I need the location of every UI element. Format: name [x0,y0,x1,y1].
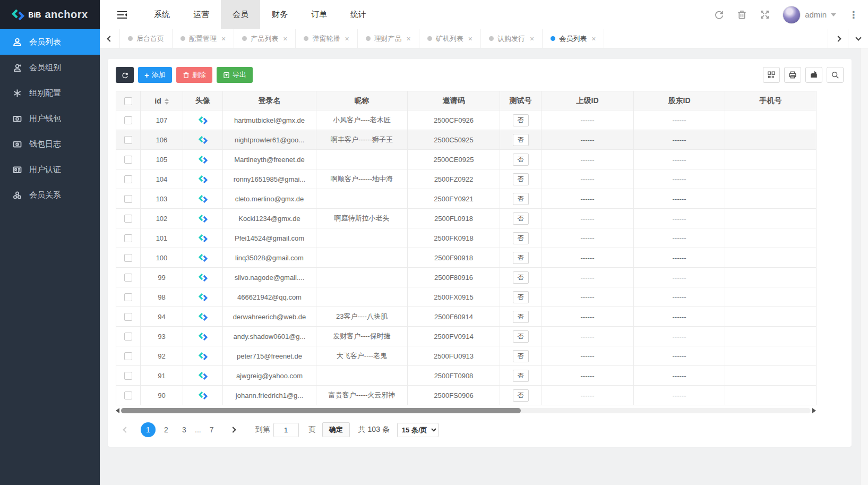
test-flag-badge[interactable]: 否 [513,134,529,146]
cell-id: 105 [141,150,183,169]
test-flag-badge[interactable]: 否 [513,271,529,284]
sidebar-item-member-relation[interactable]: 会员关系 [0,182,100,208]
sidebar-toggle-icon[interactable] [117,10,127,20]
sort-icon[interactable] [165,98,169,105]
tab-member-list[interactable]: 会员列表× [543,29,604,48]
tab-finance-products[interactable]: 理财产品× [358,29,419,48]
row-checkbox[interactable] [124,392,132,399]
next-page-button[interactable] [226,422,240,437]
test-flag-badge[interactable]: 否 [513,114,529,126]
user-menu[interactable]: admin [783,6,836,24]
refresh-icon[interactable] [714,10,724,20]
row-checkbox[interactable] [124,234,132,242]
test-flag-badge[interactable]: 否 [513,311,529,323]
cell-invite-code: 2500F60914 [408,307,500,327]
tab-miner-list[interactable]: 矿机列表× [419,29,481,48]
nav-item-order[interactable]: 订单 [299,0,339,29]
row-checkbox[interactable] [124,195,132,203]
user-icon [13,38,22,47]
test-flag-badge[interactable]: 否 [513,350,529,362]
select-all-checkbox[interactable] [124,97,132,105]
cell-parent-id: ------ [542,209,634,228]
row-checkbox[interactable] [124,175,132,183]
page-button-2[interactable]: 2 [159,422,174,437]
export-button[interactable]: 导出 [217,67,253,83]
test-flag-badge[interactable]: 否 [513,173,529,185]
row-checkbox[interactable] [124,274,132,282]
tabs-scroll-left-button[interactable] [100,29,120,48]
page-size-select[interactable]: 15 条/页 [397,423,439,437]
page-button-7[interactable]: 7 [204,422,219,437]
row-checkbox[interactable] [124,293,132,301]
test-flag-badge[interactable]: 否 [513,154,529,166]
delete-button[interactable]: 删除 [176,67,212,83]
row-checkbox[interactable] [124,372,132,380]
sidebar-item-user-wallet[interactable]: 用户钱包 [0,106,100,131]
print-button[interactable] [784,67,801,83]
confirm-button[interactable]: 确定 [322,422,350,437]
row-checkbox[interactable] [124,136,132,144]
column-header-id[interactable]: id [141,91,183,110]
export-data-button[interactable] [805,67,822,83]
test-flag-badge[interactable]: 否 [513,330,529,343]
test-flag-badge[interactable]: 否 [513,252,529,264]
scrollbar-track[interactable] [121,408,811,413]
cell-invite-code: 2500FZ0922 [408,169,500,189]
row-checkbox[interactable] [124,254,132,262]
tabs-scroll-right-button[interactable] [828,29,848,48]
page-button-3[interactable]: 3 [177,422,192,437]
tab-close-icon[interactable]: × [530,35,534,43]
page-button-1[interactable]: 1 [141,422,156,437]
fullscreen-icon[interactable] [760,10,770,20]
row-checkbox[interactable] [124,352,132,360]
prev-page-button[interactable] [118,422,133,437]
sidebar-item-user-auth[interactable]: 用户认证 [0,157,100,182]
sidebar-item-wallet-log[interactable]: 钱包日志 [0,131,100,157]
test-flag-badge[interactable]: 否 [513,389,529,402]
sidebar-item-group-config[interactable]: 组别配置 [0,80,100,106]
scroll-right-arrow-icon[interactable] [812,408,816,413]
tab-products[interactable]: 产品列表× [234,29,296,48]
nav-item-finance[interactable]: 财务 [260,0,299,29]
nav-item-system[interactable]: 系统 [142,0,182,29]
scrollbar-thumb[interactable] [121,408,521,413]
test-flag-badge[interactable]: 否 [513,291,529,303]
row-checkbox[interactable] [124,116,132,124]
page-scrollbar[interactable] [860,48,868,485]
nav-item-operation[interactable]: 运营 [182,0,221,29]
nav-item-statistics[interactable]: 统计 [339,0,378,29]
tab-subscription[interactable]: 认购发行× [481,29,543,48]
test-flag-badge[interactable]: 否 [513,370,529,382]
tab-config[interactable]: 配置管理× [173,29,234,48]
test-flag-badge[interactable]: 否 [513,212,529,225]
tab-popup-carousel[interactable]: 弹窗轮播× [296,29,357,48]
more-options-icon[interactable]: ⋮ [849,10,858,20]
test-flag-badge[interactable]: 否 [513,232,529,244]
asterisk-icon [13,89,22,98]
test-flag-badge[interactable]: 否 [513,193,529,205]
add-button[interactable]: + 添加 [138,67,172,83]
row-checkbox[interactable] [124,215,132,223]
columns-toggle-button[interactable] [763,67,780,83]
tab-close-icon[interactable]: × [591,35,596,43]
cell-login: Martineyth@freenet.de [223,150,316,169]
sidebar-item-member-list[interactable]: 会员列表 [0,29,100,55]
refresh-table-button[interactable] [116,67,134,83]
cell-nickname [316,248,408,268]
trash-icon[interactable] [737,10,747,20]
tab-home[interactable]: 后台首页 [120,29,173,48]
tab-close-icon[interactable]: × [221,35,226,43]
scroll-left-arrow-icon[interactable] [116,408,119,413]
tab-close-icon[interactable]: × [468,35,472,43]
row-checkbox[interactable] [124,333,132,341]
tab-close-icon[interactable]: × [345,35,349,43]
sidebar-item-member-group[interactable]: 会员组别 [0,55,100,80]
goto-page-input[interactable] [273,423,299,437]
tab-close-icon[interactable]: × [407,35,411,43]
row-checkbox[interactable] [124,156,132,164]
tab-close-icon[interactable]: × [283,35,287,43]
tabs-dropdown-button[interactable] [848,29,868,48]
search-button[interactable] [827,67,844,83]
row-checkbox[interactable] [124,313,132,321]
nav-item-member[interactable]: 会员 [221,0,260,29]
